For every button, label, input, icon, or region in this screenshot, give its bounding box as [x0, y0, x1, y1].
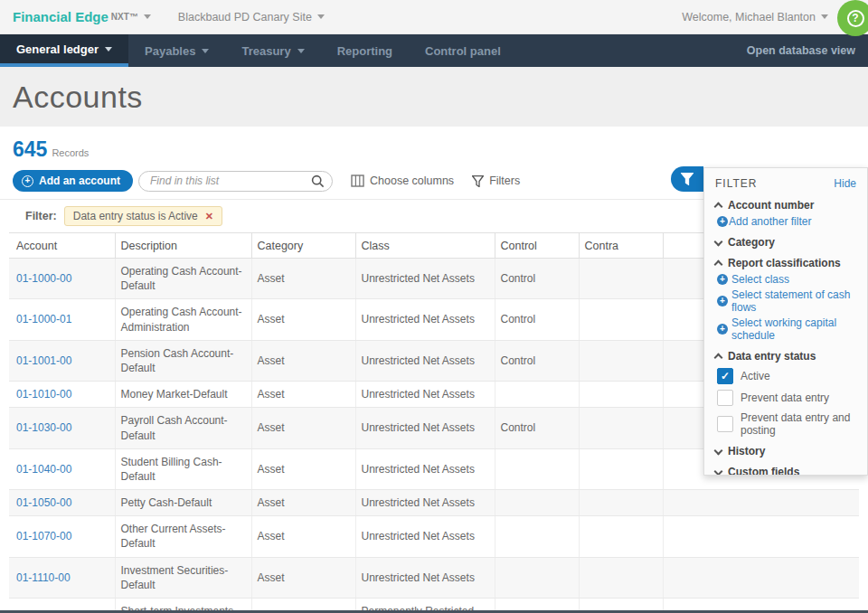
search-input[interactable]: [138, 171, 333, 192]
plus-circle-icon: +: [22, 175, 33, 187]
cell-contra: [579, 516, 663, 557]
cell-filler: [663, 557, 859, 598]
checkbox-label: Active: [741, 370, 770, 382]
question-icon: ?: [847, 10, 864, 27]
filter-link-label: Add another filter: [729, 215, 811, 228]
column-header-control[interactable]: Control: [495, 233, 579, 259]
account-link[interactable]: 01-1030-00: [16, 421, 71, 434]
nav-item-treasury[interactable]: Treasury: [225, 34, 320, 67]
chevron-down-icon: [714, 237, 723, 246]
main-nav: General ledgerPayablesTreasuryReportingC…: [0, 34, 868, 67]
site-caret-icon[interactable]: [317, 14, 325, 19]
filter-link-select-working-capital-schedule[interactable]: +Select working capital schedule: [717, 316, 856, 342]
cell-account: 01-1070-00: [9, 516, 115, 557]
site-switcher[interactable]: Blackbaud PD Canary Site: [178, 11, 312, 24]
filter-link-label: Select working capital schedule: [731, 316, 856, 342]
cell-contra: [579, 557, 663, 598]
filter-section-data-entry-status[interactable]: Data entry status: [715, 350, 856, 363]
filter-panel-toggle[interactable]: [671, 166, 703, 192]
filter-link-label: Select statement of cash flows: [731, 288, 856, 314]
user-menu[interactable]: Welcome, Michael Blanton: [682, 11, 816, 24]
cell-control: Control: [495, 340, 579, 381]
hide-filter-panel-link[interactable]: Hide: [834, 177, 856, 190]
user-caret-icon[interactable]: [821, 14, 828, 19]
column-header-class[interactable]: Class: [355, 233, 495, 259]
filter-section-history[interactable]: History: [715, 445, 856, 457]
cell-contra: [579, 340, 663, 381]
filter-checkbox-prevent-data-entry-and-posting[interactable]: Prevent data entry and posting: [717, 411, 856, 437]
cell-class: Unrestricted Net Assets: [355, 557, 495, 598]
checkbox-unchecked-icon[interactable]: [717, 416, 733, 432]
checkbox-checked-icon[interactable]: ✓: [717, 368, 733, 384]
record-count: 645: [13, 137, 47, 162]
cell-control: [495, 448, 579, 489]
cell-description: Investment Securities-Default: [115, 557, 251, 598]
open-database-view-link[interactable]: Open database view: [734, 34, 868, 67]
filter-checkbox-active[interactable]: ✓Active: [717, 368, 856, 384]
search-icon[interactable]: [311, 174, 325, 192]
cell-description: Pension Cash Account-Default: [115, 340, 251, 381]
choose-columns-button[interactable]: Choose columns: [351, 174, 454, 187]
checkbox-unchecked-icon[interactable]: [717, 390, 733, 406]
cell-class: Unrestricted Net Assets: [355, 299, 495, 340]
cell-account: 01-1010-00: [9, 382, 115, 408]
column-header-account[interactable]: Account: [9, 233, 115, 259]
account-link[interactable]: 01-1000-00: [16, 272, 71, 285]
filter-link-label: Select class: [731, 273, 789, 286]
chevron-up-icon: [714, 260, 723, 269]
filters-button[interactable]: Filters: [472, 174, 520, 187]
filter-section-label: Category: [728, 236, 775, 249]
column-header-description[interactable]: Description: [115, 233, 251, 259]
cell-contra: [579, 408, 663, 448]
cell-category: Asset: [251, 340, 355, 381]
funnel-icon: [681, 173, 693, 185]
add-account-button[interactable]: + Add an account: [13, 170, 133, 192]
account-link[interactable]: 01-1110-00: [16, 571, 71, 584]
cell-category: Asset: [251, 490, 355, 516]
cell-class: Unrestricted Net Assets: [355, 259, 495, 299]
account-link[interactable]: 01-1001-00: [16, 354, 71, 367]
nav-item-control-panel[interactable]: Control panel: [409, 34, 517, 67]
filter-section-category[interactable]: Category: [715, 236, 856, 249]
filter-section-account-number[interactable]: Account number: [715, 199, 856, 212]
page-title: Accounts: [13, 80, 143, 115]
nav-item-general-ledger[interactable]: General ledger: [0, 34, 128, 67]
help-button[interactable]: ?: [837, 0, 868, 36]
nav-item-label: Control panel: [425, 44, 501, 58]
filter-link-select-statement-of-cash-flows[interactable]: +Select statement of cash flows: [717, 288, 856, 314]
cell-description: Money Market-Default: [115, 382, 251, 408]
filter-checkbox-prevent-data-entry[interactable]: Prevent data entry: [717, 390, 856, 406]
remove-filter-icon[interactable]: ✕: [205, 211, 213, 222]
filter-link-add-another-filter[interactable]: +Add another filter: [717, 215, 856, 228]
cell-description: Payroll Cash Account-Default: [115, 408, 251, 448]
cell-contra: [579, 382, 663, 408]
cell-filler: [663, 516, 859, 557]
cell-account: 01-1110-00: [9, 557, 115, 598]
filter-chip-label: Data entry status is Active: [73, 210, 198, 222]
nav-item-reporting[interactable]: Reporting: [321, 34, 409, 67]
filter-section-report-classifications[interactable]: Report classifications: [715, 257, 856, 269]
cell-control: Control: [495, 408, 579, 448]
nav-item-payables[interactable]: Payables: [128, 34, 225, 67]
filter-section-label: Report classifications: [728, 257, 841, 269]
chevron-down-icon: [297, 49, 305, 53]
cell-description: Other Current Assets-Default: [115, 516, 251, 557]
account-link[interactable]: 01-1040-00: [16, 463, 71, 476]
column-header-category[interactable]: Category: [251, 233, 355, 259]
filter-link-select-class[interactable]: +Select class: [717, 273, 856, 286]
cell-contra: [579, 259, 663, 299]
column-header-contra[interactable]: Contra: [579, 233, 663, 259]
cell-description: Operating Cash Account-Default: [115, 259, 251, 299]
brand-caret-icon[interactable]: [144, 14, 151, 19]
account-link[interactable]: 01-1070-00: [16, 530, 71, 542]
account-link[interactable]: 01-1000-01: [16, 313, 71, 325]
cell-account: 01-1030-00: [9, 408, 115, 448]
plus-circle-icon: +: [717, 274, 728, 285]
cell-class: Unrestricted Net Assets: [355, 490, 495, 516]
filter-section-label: Custom fields: [728, 466, 799, 476]
account-link[interactable]: 01-1050-00: [16, 496, 71, 509]
cell-class: Unrestricted Net Assets: [355, 448, 495, 489]
checkbox-label: Prevent data entry and posting: [741, 411, 856, 437]
account-link[interactable]: 01-1010-00: [16, 388, 71, 401]
filter-section-custom-fields[interactable]: Custom fields: [715, 466, 856, 476]
